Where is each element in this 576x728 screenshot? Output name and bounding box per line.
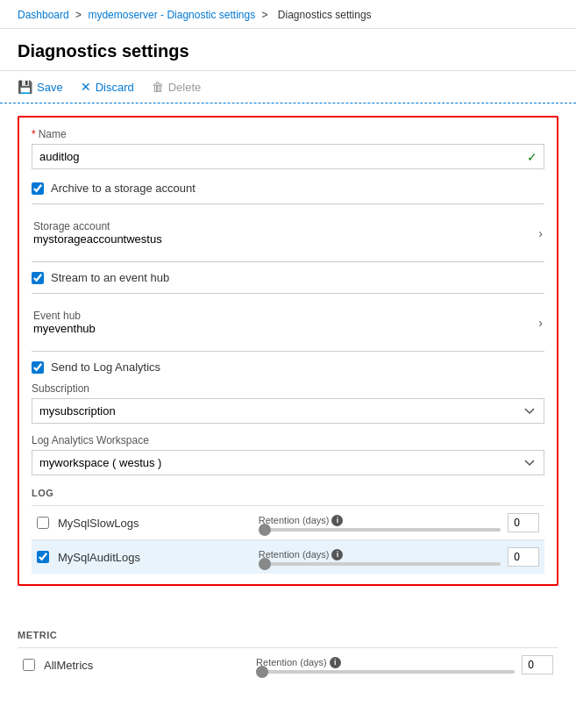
metric-section-header: METRIC: [18, 630, 558, 640]
stream-checkbox-row: Stream to an event hub: [32, 271, 544, 284]
log-checkbox-0[interactable]: [37, 517, 49, 529]
discard-label: Discard: [96, 81, 134, 94]
log-row: MySqlAuditLogs Retention (days) i: [32, 539, 544, 574]
workspace-select[interactable]: myworkspace ( westus ): [32, 450, 544, 475]
metric-row: AllMetrics Retention (days) i: [18, 647, 558, 682]
breadcrumb-current: Diagnostics settings: [278, 9, 372, 21]
metric-retention-slider-0[interactable]: [256, 670, 515, 674]
breadcrumb-sep1: >: [75, 9, 82, 21]
log-checkbox-1[interactable]: [37, 551, 49, 563]
stream-checkbox-label[interactable]: Stream to an event hub: [51, 271, 169, 284]
event-hub-selector[interactable]: Event hub myeventhub ›: [32, 303, 544, 342]
storage-account-chevron: ›: [538, 226, 543, 240]
breadcrumb-dashboard[interactable]: Dashboard: [18, 9, 69, 21]
storage-account-selector[interactable]: Storage account mystorageaccountwestus ›: [32, 213, 544, 253]
retention-section-1: Retention (days) i: [259, 547, 539, 567]
save-button[interactable]: 💾 Save: [18, 80, 63, 94]
metric-section: METRIC AllMetrics Retention (days) i: [0, 630, 576, 682]
log-analytics-checkbox[interactable]: [32, 361, 44, 374]
log-section-header: LOG: [32, 488, 544, 498]
retention-slider-1[interactable]: [259, 562, 501, 566]
storage-account-value: mystorageaccountwestus: [33, 232, 162, 246]
name-input[interactable]: [32, 144, 544, 169]
slider-wrapper-0: [259, 528, 501, 532]
page-title: Diagnostics settings: [0, 29, 576, 71]
retention-input-0[interactable]: [508, 513, 539, 532]
log-name-0: MySqlSlowLogs: [58, 517, 259, 530]
event-hub-value: myeventhub: [33, 322, 96, 335]
divider-eventhub: [32, 351, 544, 352]
stream-checkbox[interactable]: [32, 272, 44, 284]
event-hub-label: Event hub: [33, 310, 96, 322]
name-field-label: *Name: [32, 128, 544, 140]
discard-button[interactable]: ✕ Discard: [81, 80, 134, 94]
settings-container: *Name ✓ Archive to a storage account Sto…: [18, 116, 558, 586]
retention-section-0: Retention (days) i: [259, 513, 539, 532]
archive-checkbox-row: Archive to a storage account: [32, 182, 544, 195]
metric-rows-container: AllMetrics Retention (days) i: [18, 647, 558, 682]
breadcrumb-sep2: >: [262, 9, 268, 21]
metric-checkbox-0[interactable]: [23, 659, 35, 671]
divider-archive: [32, 203, 544, 204]
save-icon: 💾: [18, 80, 32, 94]
breadcrumb-diagnostic[interactable]: mydemoserver - Diagnostic settings: [88, 9, 255, 21]
log-analytics-checkbox-label[interactable]: Send to Log Analytics: [51, 360, 160, 374]
metric-retention-section-0: Retention (days) i: [256, 655, 553, 674]
divider-stream: [32, 293, 544, 294]
delete-button[interactable]: 🗑 Delete: [152, 80, 202, 94]
breadcrumb: Dashboard > mydemoserver - Diagnostic se…: [0, 0, 576, 29]
save-label: Save: [37, 81, 63, 94]
retention-input-1[interactable]: [508, 547, 539, 567]
delete-label: Delete: [168, 81, 202, 94]
subscription-select[interactable]: mysubscription: [32, 398, 544, 424]
metric-name-0: AllMetrics: [44, 659, 256, 672]
archive-checkbox-label[interactable]: Archive to a storage account: [51, 182, 196, 195]
toolbar: 💾 Save ✕ Discard 🗑 Delete: [0, 71, 576, 103]
required-asterisk: *: [32, 128, 36, 140]
storage-account-label: Storage account: [33, 220, 162, 232]
name-valid-icon: ✓: [527, 150, 537, 164]
log-analytics-checkbox-row: Send to Log Analytics: [32, 360, 544, 374]
metric-retention-input-0[interactable]: [522, 655, 553, 674]
log-name-1: MySqlAuditLogs: [58, 551, 259, 564]
discard-icon: ✕: [81, 80, 91, 94]
workspace-field: Log Analytics Workspace myworkspace ( we…: [32, 434, 544, 475]
divider-storage: [32, 261, 544, 262]
log-rows-container: MySqlSlowLogs Retention (days) i MySqlAu…: [32, 505, 544, 574]
delete-icon: 🗑: [152, 80, 164, 94]
name-input-wrapper: ✓: [32, 144, 544, 169]
main-content: *Name ✓ Archive to a storage account Sto…: [0, 103, 576, 617]
event-hub-chevron: ›: [538, 316, 543, 330]
subscription-label: Subscription: [32, 382, 544, 395]
log-row: MySqlSlowLogs Retention (days) i: [32, 505, 544, 539]
retention-slider-0[interactable]: [259, 528, 501, 532]
slider-wrapper-1: [259, 562, 501, 566]
subscription-field: Subscription mysubscription: [32, 382, 544, 424]
metric-slider-wrapper-0: [256, 670, 515, 674]
archive-checkbox[interactable]: [32, 182, 44, 195]
workspace-label: Log Analytics Workspace: [32, 434, 544, 446]
